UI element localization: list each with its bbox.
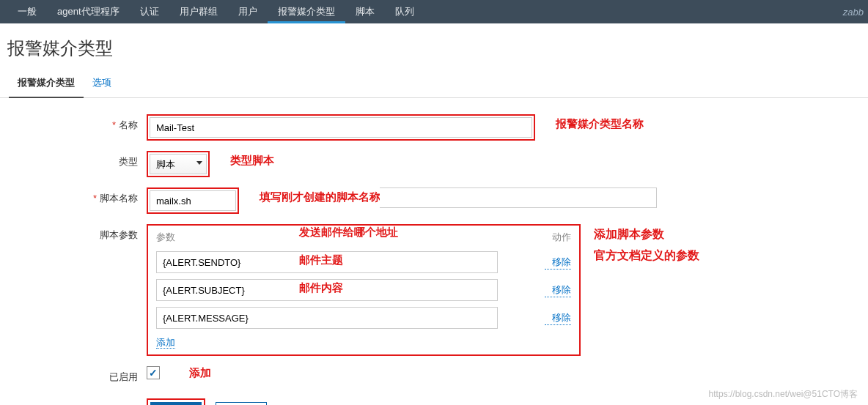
param-remove-2[interactable]: 移除: [545, 311, 571, 325]
enabled-checkbox[interactable]: [147, 366, 160, 379]
params-box: 参数 动作 移除 移除 移除: [150, 228, 577, 352]
param-row: 移除: [150, 248, 577, 276]
params-label: 脚本参数: [0, 224, 147, 242]
params-header-action: 动作: [552, 231, 571, 244]
type-annotation: 类型脚本: [230, 151, 274, 168]
tab-options[interactable]: 选项: [84, 70, 120, 97]
scriptname-input[interactable]: [150, 190, 236, 211]
watermark: https://blog.csdn.net/wei@51CTO博客: [709, 388, 858, 401]
scriptname-annotation: 填写刚才创建的脚本名称: [260, 187, 380, 204]
params-annotation: 添加脚本参数 官方文档定义的参数: [594, 224, 699, 267]
add-annotation: 添加: [189, 366, 211, 380]
type-select[interactable]: 脚本: [150, 154, 207, 174]
param2-annotation: 邮件内容: [299, 281, 343, 295]
param-add-link[interactable]: 添加: [156, 337, 175, 349]
param-row: 移除: [150, 304, 577, 332]
nav-agent[interactable]: agent代理程序: [47, 0, 130, 23]
nav-general[interactable]: 一般: [7, 0, 47, 23]
enabled-label: 已启用: [0, 366, 147, 384]
param-input-2[interactable]: [156, 307, 498, 329]
type-label: 类型: [0, 151, 147, 168]
nav-scripts[interactable]: 脚本: [345, 0, 385, 23]
param-row: 移除: [150, 276, 577, 304]
scriptname-label: *脚本名称: [0, 187, 147, 205]
nav-queue[interactable]: 队列: [385, 0, 424, 23]
tab-mediatype[interactable]: 报警媒介类型: [9, 70, 84, 98]
nav-users[interactable]: 用户: [228, 0, 268, 23]
tabs: 报警媒介类型 选项: [0, 70, 868, 98]
mediatype-form: *名称 报警媒介类型名称 类型 脚本 类型脚本 *脚本名称 填写刚才创建的脚本名…: [0, 98, 868, 405]
name-input[interactable]: [150, 117, 532, 138]
top-nav: 一般 agent代理程序 认证 用户群组 用户 报警媒介类型 脚本 队列 zab…: [0, 0, 868, 23]
param-remove-1[interactable]: 移除: [545, 283, 571, 297]
nav-usergroups[interactable]: 用户群组: [169, 0, 228, 23]
scriptname-input-extend[interactable]: [380, 187, 657, 208]
cancel-button[interactable]: 取消: [216, 402, 267, 405]
param-remove-0[interactable]: 移除: [545, 256, 571, 270]
param1-annotation: 邮件主题: [299, 253, 343, 267]
nav-auth[interactable]: 认证: [130, 0, 169, 23]
param0-annotation: 发送邮件给哪个地址: [299, 226, 398, 239]
brand-text: zabb: [843, 7, 868, 18]
page-title: 报警媒介类型: [0, 23, 868, 70]
nav-mediatypes[interactable]: 报警媒介类型: [268, 0, 345, 23]
name-annotation: 报警媒介类型名称: [556, 114, 644, 131]
name-label: *名称: [0, 114, 147, 132]
add-button[interactable]: 添加: [150, 402, 202, 405]
